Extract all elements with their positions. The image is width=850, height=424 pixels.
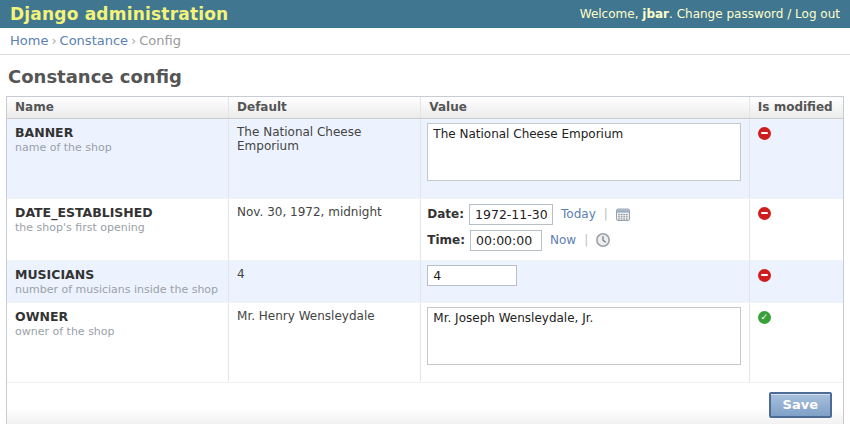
save-button[interactable]: Save bbox=[769, 392, 832, 418]
link-pipe-separator: | bbox=[584, 233, 588, 247]
today-link[interactable]: Today bbox=[561, 207, 596, 221]
breadcrumb: Home›Constance›Config bbox=[0, 28, 850, 55]
setting-name: OWNER bbox=[15, 309, 220, 324]
column-header-value: Value bbox=[421, 97, 750, 118]
clock-icon[interactable] bbox=[595, 232, 611, 248]
submit-row: Save bbox=[7, 383, 843, 424]
change-password-link[interactable]: Change password bbox=[677, 7, 784, 21]
not-modified-icon bbox=[758, 207, 771, 220]
calendar-icon[interactable] bbox=[615, 207, 631, 222]
setting-name: DATE_ESTABLISHED bbox=[15, 205, 220, 220]
user-tools: Welcome, jbar. Change password / Log out bbox=[580, 7, 840, 21]
time-input[interactable] bbox=[470, 230, 542, 251]
owner-value-textarea[interactable]: Mr. Joseph Wensleydale, Jr. bbox=[427, 307, 741, 365]
setting-help-text: name of the shop bbox=[15, 141, 220, 154]
now-link[interactable]: Now bbox=[550, 233, 576, 247]
not-modified-icon bbox=[758, 269, 771, 282]
setting-default: Mr. Henry Wensleydale bbox=[237, 309, 375, 323]
table-row-banner: BANNER name of the shop The National Che… bbox=[7, 118, 843, 198]
not-modified-icon bbox=[758, 127, 771, 140]
site-title: Django administration bbox=[10, 4, 228, 24]
username: jbar bbox=[642, 7, 669, 21]
table-header-row: Name Default Value Is modified bbox=[7, 97, 843, 118]
link-pipe-separator: | bbox=[604, 207, 608, 221]
setting-default: The National Cheese Emporium bbox=[237, 125, 361, 153]
date-input[interactable] bbox=[469, 204, 553, 225]
config-table-module: Name Default Value Is modified BANNER na… bbox=[6, 96, 844, 424]
logout-link[interactable]: Log out bbox=[795, 7, 840, 21]
column-header-name: Name bbox=[7, 97, 229, 118]
musicians-value-input[interactable] bbox=[427, 265, 517, 286]
welcome-text: Welcome, bbox=[580, 7, 639, 21]
setting-default: 4 bbox=[237, 267, 245, 281]
breadcrumb-constance-link[interactable]: Constance bbox=[60, 33, 129, 48]
banner-value-textarea[interactable]: The National Cheese Emporium bbox=[427, 123, 741, 181]
breadcrumb-current: Config bbox=[139, 33, 181, 48]
page-title: Constance config bbox=[8, 66, 842, 87]
setting-help-text: the shop's first opening bbox=[15, 221, 220, 234]
breadcrumb-separator: › bbox=[131, 33, 136, 48]
setting-help-text: number of musicians inside the shop bbox=[15, 283, 220, 296]
time-field-label: Time: bbox=[427, 233, 465, 247]
column-header-default: Default bbox=[229, 97, 421, 118]
admin-header: Django administration Welcome, jbar. Cha… bbox=[0, 0, 850, 28]
breadcrumb-home-link[interactable]: Home bbox=[10, 33, 48, 48]
date-field-label: Date: bbox=[427, 207, 464, 221]
setting-name: MUSICIANS bbox=[15, 267, 220, 282]
modified-icon bbox=[758, 311, 771, 324]
table-row-date-established: DATE_ESTABLISHED the shop's first openin… bbox=[7, 198, 843, 260]
table-row-owner: OWNER owner of the shop Mr. Henry Wensle… bbox=[7, 302, 843, 382]
setting-default: Nov. 30, 1972, midnight bbox=[237, 205, 382, 219]
setting-name: BANNER bbox=[15, 125, 220, 140]
column-header-is-modified: Is modified bbox=[749, 97, 843, 118]
table-row-musicians: MUSICIANS number of musicians inside the… bbox=[7, 260, 843, 302]
breadcrumb-separator: › bbox=[51, 33, 56, 48]
welcome-period: . bbox=[669, 7, 673, 21]
setting-help-text: owner of the shop bbox=[15, 325, 220, 338]
user-tools-divider: / bbox=[787, 7, 791, 21]
config-table: Name Default Value Is modified BANNER na… bbox=[7, 97, 843, 383]
